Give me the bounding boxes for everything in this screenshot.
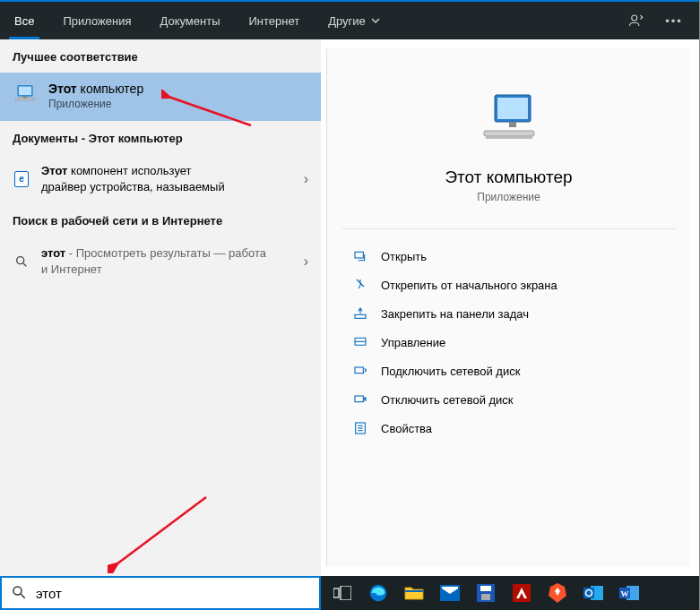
document-icon: e bbox=[13, 171, 30, 187]
svg-rect-13 bbox=[355, 314, 366, 318]
results-panel: Лучшее соответствие Этот компьютер Прило… bbox=[0, 39, 321, 576]
open-icon bbox=[352, 248, 368, 264]
svg-point-0 bbox=[632, 15, 637, 21]
mail-icon[interactable] bbox=[434, 580, 466, 606]
action-map-drive[interactable]: Подключить сетевой диск bbox=[336, 357, 681, 385]
outlook-icon[interactable] bbox=[577, 580, 609, 606]
tab-apps[interactable]: Приложения bbox=[48, 2, 145, 39]
manage-icon bbox=[352, 334, 368, 350]
chevron-right-icon[interactable]: › bbox=[304, 253, 308, 270]
taskview-icon[interactable] bbox=[326, 580, 359, 606]
action-open[interactable]: Открыть bbox=[336, 242, 681, 271]
pc-icon bbox=[13, 82, 38, 110]
svg-rect-16 bbox=[355, 367, 363, 374]
tab-more-label: Другие bbox=[328, 14, 366, 28]
tab-documents[interactable]: Документы bbox=[145, 2, 234, 39]
pc-large-icon bbox=[477, 91, 541, 151]
svg-rect-2 bbox=[19, 86, 31, 94]
document-result-text: Этот компонент использует драйвер устрой… bbox=[41, 163, 225, 194]
tab-more[interactable]: Другие bbox=[314, 2, 394, 39]
unmap-drive-icon bbox=[352, 391, 368, 408]
svg-point-5 bbox=[17, 256, 24, 263]
brave-icon[interactable] bbox=[541, 580, 574, 606]
action-unmap-drive[interactable]: Отключить сетевой диск bbox=[336, 385, 681, 414]
svg-rect-33 bbox=[481, 594, 490, 600]
svg-point-24 bbox=[13, 587, 22, 595]
more-options-icon[interactable]: ••• bbox=[658, 2, 690, 39]
section-web-search: Поиск в рабочей сети и в Интернете bbox=[0, 203, 321, 236]
preview-subtitle: Приложение bbox=[477, 191, 540, 203]
tab-all[interactable]: Все bbox=[0, 2, 48, 39]
svg-text:W: W bbox=[621, 589, 629, 598]
chevron-right-icon[interactable]: › bbox=[304, 171, 308, 187]
map-drive-icon bbox=[352, 363, 368, 379]
chevron-down-icon bbox=[371, 14, 380, 28]
action-pin-taskbar[interactable]: Закрепить на панели задач bbox=[336, 299, 681, 328]
document-result[interactable]: e Этот компонент использует драйвер устр… bbox=[0, 154, 321, 203]
action-unpin-start[interactable]: Открепить от начального экрана bbox=[336, 271, 681, 299]
search-box[interactable] bbox=[0, 576, 321, 610]
section-best-match: Лучшее соответствие bbox=[0, 39, 321, 73]
action-properties[interactable]: Свойства bbox=[336, 414, 681, 442]
svg-rect-10 bbox=[484, 131, 534, 136]
actions-list: Открыть Открепить от начального экрана З… bbox=[327, 236, 690, 448]
search-tabbar: Все Приложения Документы Интернет Другие… bbox=[0, 2, 699, 39]
search-icon bbox=[11, 584, 27, 603]
preview-panel: Этот компьютер Приложение Открыть Откреп… bbox=[326, 48, 690, 567]
svg-rect-3 bbox=[16, 98, 35, 99]
tab-web[interactable]: Интернет bbox=[234, 2, 314, 39]
edge-icon[interactable] bbox=[362, 580, 394, 606]
save-icon[interactable] bbox=[470, 580, 502, 606]
web-result[interactable]: этот - Просмотреть результаты — работа и… bbox=[0, 236, 321, 286]
best-match-title: Этот компьютер bbox=[48, 82, 143, 96]
svg-rect-4 bbox=[23, 96, 28, 98]
svg-rect-29 bbox=[405, 590, 423, 592]
svg-rect-12 bbox=[355, 252, 363, 258]
properties-icon bbox=[352, 420, 368, 436]
svg-line-25 bbox=[21, 594, 25, 598]
section-documents: Документы - Этот компьютер bbox=[0, 121, 321, 154]
adobe-icon[interactable] bbox=[506, 580, 538, 606]
explorer-icon[interactable] bbox=[398, 580, 430, 606]
word-icon[interactable]: W bbox=[613, 580, 645, 606]
svg-rect-26 bbox=[333, 589, 339, 597]
svg-rect-8 bbox=[497, 98, 528, 119]
search-input[interactable] bbox=[36, 586, 310, 601]
web-result-text: этот - Просмотреть результаты — работа и… bbox=[41, 245, 274, 277]
feedback-icon[interactable] bbox=[620, 2, 652, 39]
search-icon bbox=[13, 254, 30, 269]
best-match-subtitle: Приложение bbox=[48, 98, 143, 110]
svg-rect-9 bbox=[509, 122, 516, 127]
svg-rect-27 bbox=[341, 586, 351, 600]
preview-title: Этот компьютер bbox=[445, 168, 572, 187]
svg-rect-17 bbox=[355, 396, 363, 402]
svg-rect-11 bbox=[486, 136, 532, 139]
action-manage[interactable]: Управление bbox=[336, 328, 681, 357]
pin-taskbar-icon bbox=[352, 305, 368, 322]
svg-rect-32 bbox=[480, 586, 491, 591]
taskbar: W bbox=[321, 576, 699, 610]
svg-line-6 bbox=[23, 263, 26, 266]
best-match-item[interactable]: Этот компьютер Приложение bbox=[0, 73, 321, 121]
unpin-icon bbox=[352, 277, 368, 293]
